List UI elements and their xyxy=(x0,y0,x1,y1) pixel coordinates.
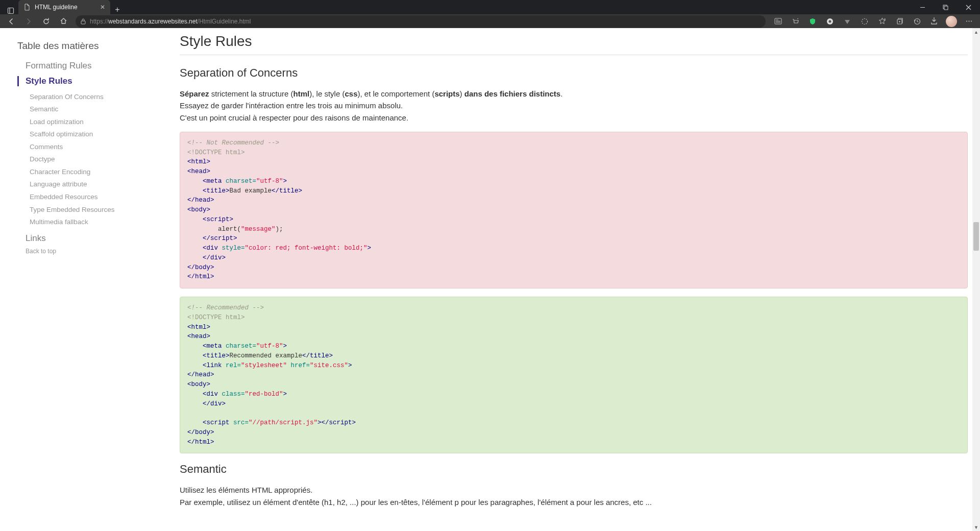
toc-section-links[interactable]: Links xyxy=(26,233,163,244)
svg-rect-4 xyxy=(944,6,948,10)
tab-close-icon[interactable]: ✕ xyxy=(100,4,105,11)
svg-point-23 xyxy=(970,20,971,21)
shield-icon[interactable] xyxy=(804,15,821,28)
forward-icon[interactable] xyxy=(20,15,37,28)
code-not-recommended: <!-- Not Recommended --> <!DOCTYPE html>… xyxy=(180,132,968,288)
profile-avatar[interactable] xyxy=(943,15,960,28)
refresh-icon[interactable] xyxy=(38,15,54,28)
toc-item[interactable]: Separation Of Concerns xyxy=(30,90,163,103)
toc-section-style[interactable]: Style Rules xyxy=(17,76,163,86)
downloads-icon[interactable] xyxy=(926,15,942,28)
browser-toolbar: https://webstandards.azurewebsites.net/H… xyxy=(0,14,980,28)
sidebar-toc: Table des matières Formatting Rules Styl… xyxy=(0,28,174,531)
extension2-icon[interactable] xyxy=(839,15,855,28)
semantic-paragraph-2: Par exemple, utilisez un élément d'entêt… xyxy=(180,496,968,508)
scroll-up-icon[interactable]: ▲ xyxy=(972,28,980,36)
lock-icon xyxy=(81,18,86,25)
main-content: Style Rules Separation of Concerns Sépar… xyxy=(174,28,980,531)
toc-item[interactable]: Embedded Resources xyxy=(30,191,163,204)
page-heading: Style Rules xyxy=(180,33,968,50)
browser-tab[interactable]: HTML guideline ✕ xyxy=(18,0,110,14)
toc-item[interactable]: Multimedia fallback xyxy=(30,216,163,229)
new-tab-button[interactable]: + xyxy=(110,5,125,14)
history-icon[interactable] xyxy=(909,15,925,28)
svg-point-21 xyxy=(966,20,967,21)
svg-rect-7 xyxy=(81,21,85,24)
toc-items: Separation Of Concerns Semantic Load opt… xyxy=(30,90,163,228)
soc-paragraph-2: Essayez de garder l'intéraction entre le… xyxy=(180,100,968,111)
home-icon[interactable] xyxy=(55,15,71,28)
toc-item[interactable]: Character Encoding xyxy=(30,165,163,178)
toc-section-formatting[interactable]: Formatting Rules xyxy=(26,61,163,71)
address-bar[interactable]: https://webstandards.azurewebsites.net/H… xyxy=(76,15,766,28)
toc-item[interactable]: Doctype xyxy=(30,153,163,166)
divider xyxy=(180,55,968,55)
scroll-thumb[interactable] xyxy=(973,222,979,251)
toc-item[interactable]: Scaffold optimization xyxy=(30,128,163,141)
shopping-icon[interactable] xyxy=(787,15,803,28)
reader-icon[interactable] xyxy=(770,15,786,28)
toc-item[interactable]: Load optimization xyxy=(30,115,163,128)
tab-title: HTML guideline xyxy=(35,4,96,11)
toc-item[interactable]: Language attribute xyxy=(30,178,163,191)
section-heading-soc: Separation of Concerns xyxy=(180,66,968,80)
svg-point-22 xyxy=(968,20,969,21)
scroll-down-icon[interactable]: ▼ xyxy=(972,523,980,531)
toc-item[interactable]: Type Embedded Resources xyxy=(30,203,163,216)
semantic-paragraph-1: Utilisez les éléments HTML appropriés. xyxy=(180,484,968,496)
close-icon[interactable] xyxy=(957,0,980,14)
toc-item[interactable]: Comments xyxy=(30,140,163,153)
favorites-icon[interactable] xyxy=(874,15,890,28)
url-text: https://webstandards.azurewebsites.net/H… xyxy=(90,18,251,25)
collections-icon[interactable] xyxy=(891,15,908,28)
svg-point-13 xyxy=(829,20,831,22)
minimize-icon[interactable] xyxy=(911,0,934,14)
toc-item[interactable]: Semantic xyxy=(30,103,163,116)
soc-paragraph-1: Séparez strictement la structure (html),… xyxy=(180,88,968,100)
back-to-top[interactable]: Back to top xyxy=(26,248,163,255)
code-recommended: <!-- Recommended --> <!DOCTYPE html> <ht… xyxy=(180,297,968,453)
menu-icon[interactable] xyxy=(961,15,977,28)
extension3-icon[interactable] xyxy=(856,15,873,28)
section-heading-semantic: Semantic xyxy=(180,463,968,476)
file-icon xyxy=(23,4,31,11)
tab-actions-icon[interactable] xyxy=(3,7,18,14)
maximize-icon[interactable] xyxy=(934,0,957,14)
svg-point-14 xyxy=(862,18,868,24)
scrollbar[interactable]: ▲ ▼ xyxy=(972,28,980,531)
svg-rect-0 xyxy=(8,8,14,14)
titlebar: HTML guideline ✕ + xyxy=(0,0,980,14)
browser-chrome: HTML guideline ✕ + https://webstandards.… xyxy=(0,0,980,28)
extension1-icon[interactable] xyxy=(822,15,838,28)
back-icon[interactable] xyxy=(3,15,19,28)
page-viewport: Table des matières Formatting Rules Styl… xyxy=(0,28,980,531)
toc-title: Table des matières xyxy=(17,40,163,52)
soc-paragraph-3: C'est un point crucial à respecter pour … xyxy=(180,112,968,124)
